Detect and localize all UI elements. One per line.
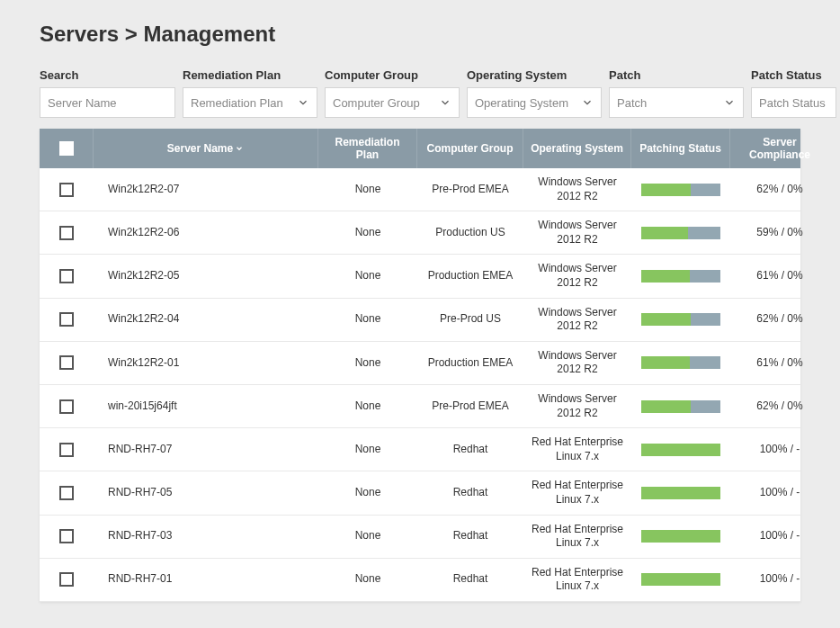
- patch-select[interactable]: Patch: [609, 87, 744, 118]
- filter-bar: Search Remediation Plan Remediation Plan…: [40, 68, 800, 118]
- progress-bar: [641, 227, 720, 239]
- patch-status-placeholder: Patch Status: [759, 96, 826, 110]
- cell-remediation-plan: None: [318, 435, 417, 464]
- cell-patching-status: [631, 393, 730, 420]
- cell-remediation-plan: None: [318, 305, 417, 334]
- progress-bar: [641, 573, 720, 586]
- operating-system-placeholder: Operating System: [475, 96, 568, 110]
- row-checkbox[interactable]: [59, 226, 74, 240]
- row-checkbox[interactable]: [59, 269, 74, 283]
- row-checkbox[interactable]: [59, 355, 74, 370]
- cell-patching-status: [631, 306, 730, 333]
- cell-server-compliance: 100% / -: [730, 522, 829, 551]
- cell-operating-system: Windows Server 2012 R2: [523, 168, 631, 211]
- progress-bar: [641, 313, 720, 326]
- progress-fill: [641, 313, 691, 326]
- table-row: Win2k12R2-04NonePre-Prod USWindows Serve…: [40, 299, 800, 342]
- column-server-name-label: Server Name: [167, 142, 233, 155]
- row-checkbox[interactable]: [59, 312, 74, 327]
- chevron-down-icon: [723, 96, 736, 109]
- column-remediation-plan[interactable]: Remediation Plan: [318, 129, 417, 168]
- patch-status-select[interactable]: Patch Status: [751, 87, 836, 118]
- progress-fill: [641, 444, 720, 456]
- cell-computer-group: Pre-Prod EMEA: [417, 392, 523, 421]
- row-checkbox[interactable]: [59, 183, 74, 197]
- progress-bar: [641, 270, 720, 283]
- cell-server-compliance: 100% / -: [730, 435, 829, 464]
- table-row: Win2k12R2-06NoneProduction USWindows Ser…: [40, 211, 800, 255]
- cell-operating-system: Windows Server 2012 R2: [523, 385, 631, 427]
- row-checkbox[interactable]: [59, 486, 74, 500]
- chevron-down-icon: [581, 96, 594, 109]
- search-input[interactable]: [40, 87, 175, 118]
- table-row: RND-RH7-05NoneRedhatRed Hat Enterprise L…: [40, 471, 800, 515]
- table-row: win-20i15j64jftNonePre-Prod EMEAWindows …: [40, 385, 800, 428]
- cell-server-name: Win2k12R2-05: [94, 262, 318, 291]
- cell-computer-group: Redhat: [417, 565, 523, 594]
- computer-group-label: Computer Group: [325, 68, 460, 82]
- search-label: Search: [40, 68, 175, 82]
- column-server-name[interactable]: Server Name: [94, 129, 318, 168]
- progress-fill: [641, 573, 720, 586]
- operating-system-select[interactable]: Operating System: [467, 87, 602, 118]
- table-row: Win2k12R2-05NoneProduction EMEAWindows S…: [40, 255, 800, 298]
- remediation-plan-select[interactable]: Remediation Plan: [183, 87, 317, 118]
- cell-server-name: win-20i15j64jft: [94, 392, 318, 421]
- row-checkbox[interactable]: [59, 572, 74, 587]
- cell-operating-system: Red Hat Enterprise Linux 7.x: [523, 428, 631, 471]
- cell-computer-group: Redhat: [417, 435, 523, 464]
- progress-fill: [641, 270, 690, 283]
- cell-remediation-plan: None: [318, 262, 417, 291]
- progress-fill: [641, 184, 691, 196]
- progress-bar: [641, 444, 720, 456]
- row-checkbox[interactable]: [59, 399, 74, 414]
- progress-bar: [641, 400, 720, 413]
- cell-remediation-plan: None: [318, 479, 417, 507]
- progress-bar: [641, 487, 720, 499]
- cell-patching-status: [631, 220, 730, 247]
- row-checkbox[interactable]: [59, 529, 74, 543]
- cell-operating-system: Windows Server 2012 R2: [523, 342, 631, 384]
- progress-bar: [641, 184, 720, 196]
- cell-remediation-plan: None: [318, 175, 417, 204]
- progress-fill: [641, 400, 691, 413]
- cell-patching-status: [631, 349, 730, 376]
- operating-system-label: Operating System: [467, 68, 602, 82]
- cell-computer-group: Redhat: [417, 522, 523, 551]
- cell-server-compliance: 62% / 0%: [730, 305, 829, 334]
- cell-patching-status: [631, 436, 730, 463]
- computer-group-select[interactable]: Computer Group: [325, 87, 460, 118]
- computer-group-placeholder: Computer Group: [333, 96, 420, 110]
- row-checkbox[interactable]: [59, 443, 74, 457]
- patch-placeholder: Patch: [617, 96, 647, 110]
- cell-server-name: RND-RH7-07: [94, 435, 318, 464]
- column-server-compliance[interactable]: Server Compliance: [730, 129, 829, 168]
- select-all-checkbox[interactable]: [59, 141, 74, 156]
- page-title: Servers > Management: [40, 22, 800, 47]
- cell-patching-status: [631, 566, 730, 593]
- cell-computer-group: Production US: [417, 219, 523, 247]
- cell-server-name: RND-RH7-05: [94, 479, 318, 507]
- cell-computer-group: Pre-Prod EMEA: [417, 175, 523, 204]
- cell-server-name: Win2k12R2-07: [94, 175, 318, 204]
- cell-operating-system: Windows Server 2012 R2: [523, 255, 631, 297]
- patch-label: Patch: [609, 68, 744, 82]
- cell-operating-system: Red Hat Enterprise Linux 7.x: [523, 471, 631, 514]
- cell-remediation-plan: None: [318, 349, 417, 378]
- column-computer-group[interactable]: Computer Group: [417, 129, 523, 168]
- cell-server-compliance: 100% / -: [730, 565, 829, 594]
- cell-remediation-plan: None: [318, 392, 417, 421]
- column-patching-status[interactable]: Patching Status: [631, 129, 730, 168]
- cell-server-compliance: 61% / 0%: [730, 349, 829, 378]
- cell-computer-group: Pre-Prod US: [417, 305, 523, 334]
- cell-computer-group: Production EMEA: [417, 349, 523, 378]
- table-header: Server Name Remediation Plan Computer Gr…: [40, 129, 800, 168]
- patch-status-label: Patch Status: [751, 68, 836, 82]
- chevron-down-icon: [439, 96, 451, 109]
- cell-operating-system: Windows Server 2012 R2: [523, 211, 631, 254]
- cell-server-name: Win2k12R2-01: [94, 349, 318, 378]
- cell-operating-system: Red Hat Enterprise Linux 7.x: [523, 516, 631, 558]
- column-operating-system[interactable]: Operating System: [523, 129, 631, 168]
- cell-patching-status: [631, 263, 730, 290]
- cell-remediation-plan: None: [318, 565, 417, 594]
